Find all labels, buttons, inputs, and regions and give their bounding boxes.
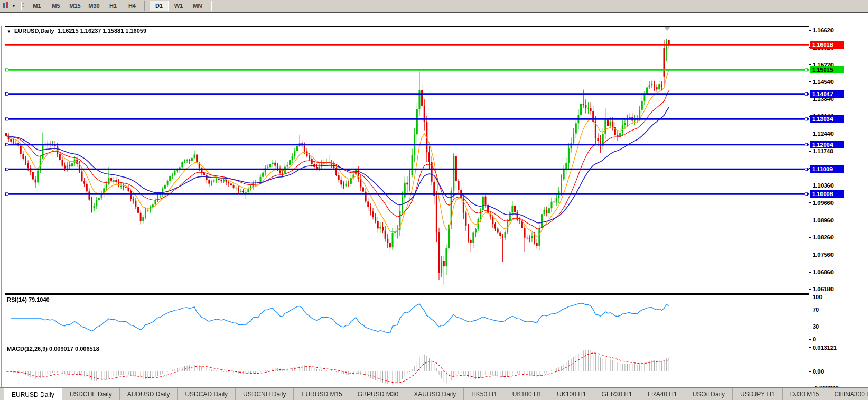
chart-tab-usdjpy-h1[interactable]: USDJPY H1 — [732, 388, 782, 400]
chart-tab-bar: EURUSD DailyUSDCHF DailyAUDUSD DailyUSDC… — [0, 387, 868, 400]
rsi-axis-tick — [809, 297, 811, 297]
price-axis-label: 1.14540 — [813, 78, 834, 86]
price-axis-tick — [809, 185, 811, 185]
price-axis-tick — [809, 81, 811, 82]
chart-tab-usdcad-daily[interactable]: USDCAD Daily — [177, 388, 235, 400]
window-left-edge — [1, 26, 2, 390]
timeframe-button-d1[interactable]: D1 — [150, 1, 169, 11]
timeframe-buttons: M1M5M15M30H1H4D1W1MN — [27, 1, 214, 11]
chart-ohlc-values: 1.16215 1.16237 1.15881 1.16059 — [58, 27, 146, 34]
chart-tab-usdchf-daily[interactable]: USDCHF Daily — [62, 388, 119, 400]
price-axis-label: 1.08260 — [813, 234, 834, 241]
price-axis-tick — [809, 255, 811, 255]
chart-tab-eurusd-m15[interactable]: EURUSD M15 — [293, 388, 349, 400]
hline-price-badge: 1.14047 — [810, 90, 844, 98]
chart-tab-uk100-h1[interactable]: UK100 H1 — [549, 388, 593, 400]
price-axis-label: 1.16620 — [813, 26, 834, 34]
price-axis-label: 1.07560 — [813, 251, 834, 258]
chart-title: ▼EURUSD,Daily 1.16215 1.16237 1.15881 1.… — [7, 27, 146, 34]
chart-tab-uk100-h1[interactable]: UK100 H1 — [505, 388, 549, 400]
timeframe-button-h4[interactable]: H4 — [123, 1, 141, 11]
chart-tab-hk50-h1[interactable]: HK50 H1 — [463, 388, 505, 400]
chart-tab-audusd-daily[interactable]: AUDUSD Daily — [119, 388, 178, 400]
timeframe-button-m15[interactable]: M15 — [66, 1, 84, 11]
price-axis-tick — [809, 220, 811, 220]
price-axis-tick — [809, 202, 811, 203]
macd-axis-tick — [809, 347, 811, 348]
price-axis-tick — [809, 64, 811, 65]
hline-price-badge: 1.11009 — [810, 165, 844, 173]
price-axis-label: 1.12440 — [813, 130, 834, 137]
rsi-axis-tick — [809, 339, 811, 340]
rsi-axis-label: 0 — [813, 336, 816, 343]
hline-price-badge: 1.10008 — [810, 190, 844, 198]
timeframe-button-m5[interactable]: M5 — [47, 1, 65, 11]
rsi-axis-label: 70 — [813, 306, 819, 313]
candlestick-cursor-icon[interactable] — [2, 2, 11, 10]
chart-tab-xauusd-daily[interactable]: XAUUSD Daily — [406, 388, 463, 400]
rsi-indicator-label: RSI(14) 79.1040 — [7, 296, 50, 303]
hline-price-badge: 1.13034 — [810, 115, 844, 123]
chart-tab-usdcnh-daily[interactable]: USDCNH Daily — [235, 388, 293, 400]
chart-tabs: EURUSD DailyUSDCHF DailyAUDUSD DailyUSDC… — [4, 388, 868, 400]
hline-price-badge: 1.12004 — [810, 141, 844, 148]
hline-price-badge: 1.15015 — [810, 66, 844, 73]
price-axis-label: 1.08960 — [813, 217, 834, 224]
chart-tab-dj30-m15[interactable]: DJ30 M15 — [782, 388, 827, 400]
price-axis-tick — [809, 151, 811, 152]
price-axis-tick — [809, 99, 811, 99]
price-axis-label: 1.10360 — [813, 182, 834, 189]
timeframe-button-h1[interactable]: H1 — [104, 1, 122, 11]
chart-shift-marker-icon[interactable] — [665, 27, 670, 31]
macd-axis-label: 0.013121 — [813, 344, 837, 351]
price-axis-tick — [809, 30, 811, 31]
macd-axis-tick — [809, 371, 811, 372]
timeframe-button-m1[interactable]: M1 — [28, 1, 46, 11]
price-chart-canvas[interactable] — [5, 26, 809, 390]
price-axis-label: 1.06860 — [813, 268, 834, 276]
timeframe-button-w1[interactable]: W1 — [170, 1, 188, 11]
toolbar-grip-handle[interactable] — [21, 2, 24, 10]
rsi-axis-tick — [809, 327, 811, 327]
rsi-axis-tick — [809, 310, 811, 310]
price-axis-label: 1.09660 — [813, 199, 834, 207]
price-axis-label: 1.11740 — [813, 147, 833, 155]
chart-tab-usoil-daily[interactable]: USOil Daily — [685, 388, 732, 400]
chart-window: ▼EURUSD,Daily 1.16215 1.16237 1.15881 1.… — [0, 12, 868, 388]
rsi-axis-label: 100 — [813, 293, 822, 301]
macd-indicator-label: MACD(12,26,9) 0.009017 0.006518 — [7, 345, 99, 352]
chart-tab-eurusd-daily[interactable]: EURUSD Daily — [4, 388, 62, 400]
icon-wick-blue — [4, 2, 4, 9]
metatrader-terminal: { "toolbar": { "timeframes": ["M1","M5",… — [0, 0, 868, 400]
timeframe-button-mn[interactable]: MN — [189, 1, 207, 11]
symbol-dropdown-icon[interactable]: ▼ — [7, 29, 11, 34]
price-axis-label: 1.06180 — [813, 285, 834, 293]
price-axis-tick — [809, 272, 811, 273]
price-axis-tick — [809, 289, 811, 290]
chart-tab-gbpusd-m30[interactable]: GBPUSD M30 — [350, 388, 406, 400]
chart-tab-china300-h4[interactable]: CHINA300 H4 — [827, 388, 868, 400]
toolbar-separator — [144, 1, 146, 11]
macd-axis-label: 0.00 — [813, 368, 824, 375]
chevron-down-icon[interactable]: ▼ — [12, 4, 16, 8]
chart-tab-fra40-h1[interactable]: FRA40 H1 — [640, 388, 685, 400]
rsi-axis-label: 30 — [813, 323, 819, 330]
price-axis-tick — [809, 237, 811, 238]
timeframe-button-m30[interactable]: M30 — [85, 1, 103, 11]
timeframe-toolbar: ▼ M1M5M15M30H1H4D1W1MN — [0, 0, 868, 12]
chart-tab-ger30-h1[interactable]: GER30 H1 — [594, 388, 640, 400]
price-axis-tick — [809, 134, 811, 134]
icon-wick-red — [7, 2, 7, 9]
application-window: ▼ M1M5M15M30H1H4D1W1MN ▼EURUSD,Daily 1.1… — [0, 0, 868, 400]
toolbar-separator — [210, 1, 212, 11]
chart-symbol: EURUSD,Daily — [14, 27, 54, 34]
hline-price-badge: 1.16018 — [810, 41, 844, 49]
